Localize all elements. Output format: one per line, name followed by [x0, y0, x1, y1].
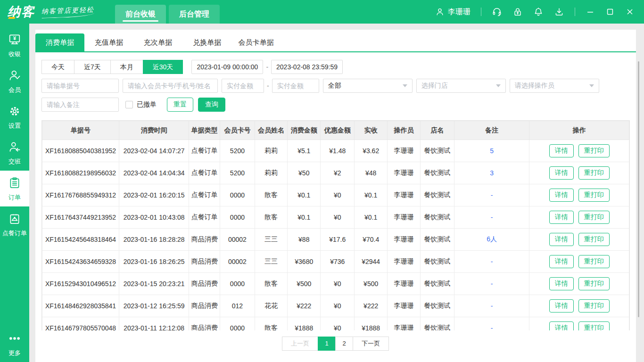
remark-link[interactable]: 3: [490, 169, 494, 177]
reprint-button[interactable]: 重打印: [578, 233, 610, 246]
bell-icon[interactable]: [533, 7, 544, 17]
table-row: XF161764374492139522023-02-01 10:43:08点餐…: [42, 206, 629, 229]
operator-select[interactable]: 请选择操作员: [510, 79, 599, 93]
remark-link[interactable]: -: [491, 302, 493, 310]
document-tabs: 消费单据充值单据充次单据兑换单据会员卡单据: [35, 33, 636, 52]
sidebar-item-cash-register[interactable]: ¥收银: [0, 27, 29, 63]
detail-button[interactable]: 详情: [549, 166, 574, 180]
reprint-button[interactable]: 重打印: [578, 189, 610, 202]
doc-tab[interactable]: 充值单据: [84, 33, 133, 51]
divider: [481, 8, 481, 16]
remark-link[interactable]: -: [491, 324, 493, 330]
member-search-input[interactable]: [123, 79, 218, 93]
cell-remark: -: [454, 184, 529, 206]
detail-button[interactable]: 详情: [549, 299, 574, 313]
remark-link[interactable]: -: [491, 191, 493, 199]
date-from-input[interactable]: [191, 60, 263, 74]
maximize-button[interactable]: [605, 7, 615, 16]
store-select[interactable]: 选择门店: [416, 79, 506, 93]
checkbox-box[interactable]: [125, 101, 133, 108]
orders-table-wrap: 单据号消费时间单据类型会员卡号会员姓名消费金额优惠金额实收操作员店名备注操作 X…: [41, 120, 630, 330]
reprint-button[interactable]: 重打印: [578, 277, 610, 290]
headset-icon[interactable]: [492, 7, 502, 17]
reprint-button[interactable]: 重打印: [578, 255, 610, 268]
date-separator: -: [266, 63, 268, 71]
remark-link[interactable]: 6人: [487, 235, 497, 243]
detail-button[interactable]: 详情: [549, 211, 574, 224]
cell-discount: ¥2: [321, 162, 355, 184]
sidebar-item-orders-clipboard[interactable]: 订单: [0, 171, 29, 206]
detail-button[interactable]: 详情: [549, 144, 574, 157]
page-number-button[interactable]: 1: [318, 337, 336, 351]
close-button[interactable]: [625, 7, 635, 16]
cell-operator: 李珊珊: [388, 317, 421, 331]
cell-order-no: XF16180882198956032: [42, 162, 119, 184]
quick-range-button[interactable]: 今天: [41, 60, 74, 74]
top-nav-tab[interactable]: 前台收银: [115, 5, 166, 24]
cell-amount: ¥3680: [288, 251, 321, 273]
sidebar-item-more-dots[interactable]: 更多: [0, 326, 29, 362]
filter-row-fields: - 全部 选择门店 请选择操作员: [41, 79, 630, 93]
reset-button[interactable]: 重置: [167, 98, 193, 112]
reprint-button[interactable]: 重打印: [578, 321, 610, 330]
current-user[interactable]: 李珊珊: [435, 7, 471, 17]
lock-icon[interactable]: [512, 7, 523, 17]
cell-member: 散客: [255, 317, 288, 331]
remark-link[interactable]: -: [491, 280, 493, 288]
reprint-button[interactable]: 重打印: [578, 166, 610, 180]
quick-date-range-group: 今天近7天本月近30天: [41, 60, 183, 74]
detail-button[interactable]: 详情: [549, 255, 574, 268]
cell-operator: 李珊珊: [388, 229, 421, 251]
date-to-input[interactable]: [271, 60, 343, 74]
search-button[interactable]: 查询: [198, 98, 225, 112]
sidebar-item-shift-handover[interactable]: 交班: [0, 135, 29, 171]
column-header: 店名: [420, 121, 454, 140]
next-page-button[interactable]: 下一页: [353, 337, 389, 351]
remark-link[interactable]: 5: [490, 147, 494, 155]
doc-tab[interactable]: 兑换单据: [182, 33, 231, 51]
doc-tab[interactable]: 充次单据: [133, 33, 182, 51]
detail-button[interactable]: 详情: [549, 277, 574, 290]
sidebar-item-gear[interactable]: 设置: [0, 99, 29, 135]
caret-down-icon: [496, 84, 501, 87]
download-icon[interactable]: [554, 7, 564, 17]
table-row: XF161542456483184642023-01-16 18:28:28商品…: [42, 229, 629, 251]
quick-range-button[interactable]: 近7天: [74, 60, 111, 74]
amount-max-input[interactable]: [272, 79, 319, 93]
remark-link[interactable]: -: [491, 258, 493, 265]
remark-input[interactable]: [41, 98, 119, 112]
sidebar-item-member[interactable]: 会员: [0, 63, 29, 99]
reprint-button[interactable]: 重打印: [578, 299, 610, 313]
table-row: XF161529430104965122023-01-15 20:23:21商品…: [42, 273, 629, 295]
reprint-button[interactable]: 重打印: [578, 144, 610, 157]
reprint-button[interactable]: 重打印: [578, 211, 610, 224]
order-no-input[interactable]: [41, 79, 119, 93]
remark-link[interactable]: -: [491, 214, 493, 221]
order-type-select[interactable]: 全部: [323, 79, 413, 93]
detail-button[interactable]: 详情: [549, 321, 574, 330]
cell-order-no: XF16176768855949312: [42, 184, 119, 206]
cell-discount: ¥0: [321, 295, 355, 317]
top-nav: 前台收银后台管理: [115, 0, 223, 24]
page-number-button[interactable]: 2: [335, 337, 353, 351]
pagination: 上一页12下一页: [35, 337, 636, 351]
more-dots-icon: [8, 332, 21, 346]
quick-range-button[interactable]: 近30天: [143, 60, 183, 74]
cell-order-no: XF16176437449213952: [42, 206, 119, 229]
detail-button[interactable]: 详情: [549, 189, 574, 202]
top-nav-tab[interactable]: 后台管理: [169, 5, 220, 24]
doc-tab[interactable]: 消费单据: [35, 33, 84, 51]
cell-store: 餐饮测试: [420, 317, 454, 331]
amount-min-input[interactable]: [222, 79, 264, 93]
cell-actions: 详情重打印: [529, 162, 629, 184]
detail-button[interactable]: 详情: [549, 233, 574, 246]
vertical-scrollbar[interactable]: [638, 61, 639, 317]
cell-card-no: 5200: [220, 162, 255, 184]
sidebar-item-food-order[interactable]: 点餐订单: [0, 206, 29, 242]
cancelled-checkbox[interactable]: 已撤单: [125, 100, 157, 109]
minimize-button[interactable]: [586, 7, 595, 16]
quick-range-button[interactable]: 本月: [110, 60, 143, 74]
prev-page-button[interactable]: 上一页: [282, 337, 318, 351]
store-select-placeholder: 选择门店: [421, 82, 448, 90]
doc-tab[interactable]: 会员卡单据: [231, 33, 281, 51]
